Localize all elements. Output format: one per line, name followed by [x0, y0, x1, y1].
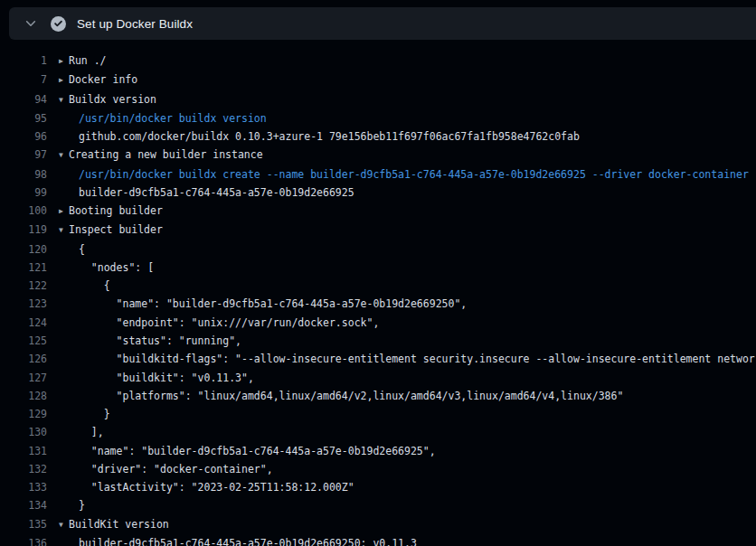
line-number[interactable]: 121 — [0, 259, 47, 277]
triangle-right-icon[interactable]: ▶ — [59, 52, 69, 71]
log-line: 135▼BuildKit version — [0, 515, 756, 534]
line-number[interactable]: 7 — [0, 71, 47, 89]
log-line: 136builder-d9cfb5a1-c764-445a-a57e-0b19d… — [0, 534, 756, 546]
chevron-down-icon[interactable] — [21, 14, 41, 33]
log-text: "endpoint": "unix:///var/run/docker.sock… — [79, 316, 379, 329]
log-output: /usr/bin/docker buildx version — [47, 109, 267, 127]
log-line: 131 "name": "builder-d9cfb5a1-c764-445a-… — [0, 442, 756, 460]
line-number[interactable]: 135 — [0, 515, 47, 534]
log-line: 127 "buildkit": "v0.11.3", — [0, 369, 756, 387]
line-number[interactable]: 134 — [0, 496, 47, 514]
log-group-header[interactable]: ▼Buildx version — [47, 90, 156, 109]
line-number[interactable]: 126 — [0, 350, 47, 368]
log-text: Docker info — [69, 73, 137, 86]
log-group-header[interactable]: ▼Creating a new builder instance — [47, 146, 263, 165]
log-line: 1▶Run ./ — [0, 52, 756, 71]
log-text: BuildKit version — [69, 518, 169, 531]
line-number[interactable]: 98 — [0, 165, 47, 184]
log-line: 133 "lastActivity": "2023-02-25T11:58:12… — [0, 478, 756, 496]
log-group-header[interactable]: ▼BuildKit version — [47, 515, 169, 534]
log-text: "nodes": [ — [79, 261, 154, 274]
triangle-down-icon[interactable]: ▼ — [59, 91, 69, 109]
log-text: { — [79, 279, 110, 292]
log-text: "lastActivity": "2023-02-25T11:58:12.000… — [79, 481, 354, 494]
log-text: "buildkit": "v0.11.3", — [79, 372, 254, 384]
log-text: "name": "builder-d9cfb5a1-c764-445a-a57e… — [79, 297, 467, 310]
log-text: } — [79, 408, 110, 420]
line-number[interactable]: 132 — [0, 460, 47, 478]
log-line: 120{ — [0, 240, 756, 259]
log-line: 121 "nodes": [ — [0, 259, 756, 277]
log-output: "buildkitd-flags": "--allow-insecure-ent… — [47, 350, 755, 368]
log-line: 100▶Booting builder — [0, 202, 756, 221]
log-output: "platforms": "linux/amd64,linux/amd64/v2… — [47, 387, 623, 405]
line-number[interactable]: 130 — [0, 423, 47, 441]
log-text: { — [79, 243, 85, 256]
log-group-header[interactable]: ▶Run ./ — [47, 52, 107, 71]
log-output: { — [47, 277, 110, 295]
log-output: "nodes": [ — [47, 259, 154, 277]
log-text: builder-d9cfb5a1-c764-445a-a57e-0b19d2e6… — [79, 186, 354, 199]
log-output: builder-d9cfb5a1-c764-445a-a57e-0b19d2e6… — [47, 534, 417, 546]
log-group-header[interactable]: ▼Inspect builder — [47, 221, 163, 240]
line-number[interactable]: 123 — [0, 295, 47, 313]
log-group-header[interactable]: ▶Docker info — [47, 71, 137, 89]
log-line: 132 "driver": "docker-container", — [0, 460, 756, 478]
log-text: "platforms": "linux/amd64,linux/amd64/v2… — [79, 390, 623, 402]
line-number[interactable]: 96 — [0, 127, 47, 146]
check-circle-icon — [51, 16, 66, 32]
log-text: Inspect builder — [69, 223, 163, 236]
line-number[interactable]: 133 — [0, 478, 47, 496]
triangle-right-icon[interactable]: ▶ — [59, 202, 69, 221]
log-line: 7▶Docker info — [0, 71, 756, 89]
log-text: builder-d9cfb5a1-c764-445a-a57e-0b19d2e6… — [79, 537, 417, 546]
log-text: Run ./ — [69, 54, 107, 67]
line-number[interactable]: 1 — [0, 52, 47, 71]
line-number[interactable]: 97 — [0, 146, 47, 165]
log-line: 129 } — [0, 405, 756, 423]
log-output: } — [47, 405, 110, 423]
triangle-right-icon[interactable]: ▶ — [59, 71, 69, 89]
line-number[interactable]: 95 — [0, 109, 47, 127]
line-number[interactable]: 129 — [0, 405, 47, 423]
log-output: "lastActivity": "2023-02-25T11:58:12.000… — [47, 478, 354, 496]
log-output: "name": "builder-d9cfb5a1-c764-445a-a57e… — [47, 442, 436, 460]
line-number[interactable]: 125 — [0, 332, 47, 350]
line-number[interactable]: 128 — [0, 387, 47, 405]
log-line: 95/usr/bin/docker buildx version — [0, 109, 756, 127]
step-title: Set up Docker Buildx — [77, 17, 193, 31]
log-line: 130 ], — [0, 423, 756, 441]
line-number[interactable]: 99 — [0, 184, 47, 202]
triangle-down-icon[interactable]: ▼ — [59, 221, 69, 240]
log-line: 119▼Inspect builder — [0, 221, 756, 240]
log-text: Creating a new builder instance — [69, 148, 263, 161]
log-group-header[interactable]: ▶Booting builder — [47, 202, 163, 221]
log-output: builder-d9cfb5a1-c764-445a-a57e-0b19d2e6… — [47, 184, 354, 202]
log-text: /usr/bin/docker buildx version — [79, 112, 267, 125]
log-output: "name": "builder-d9cfb5a1-c764-445a-a57e… — [47, 295, 467, 313]
log-output: { — [47, 240, 85, 259]
log-line: 125 "status": "running", — [0, 332, 756, 350]
step-header[interactable]: Set up Docker Buildx — [9, 7, 756, 40]
log-line: 123 "name": "builder-d9cfb5a1-c764-445a-… — [0, 295, 756, 313]
line-number[interactable]: 100 — [0, 202, 47, 221]
line-number[interactable]: 136 — [0, 534, 47, 546]
log-line: 94▼Buildx version — [0, 90, 756, 109]
log-output: ], — [47, 423, 104, 441]
log-text: "buildkitd-flags": "--allow-insecure-ent… — [79, 353, 755, 365]
triangle-down-icon[interactable]: ▼ — [59, 146, 69, 165]
line-number[interactable]: 131 — [0, 442, 47, 460]
triangle-down-icon[interactable]: ▼ — [59, 516, 69, 534]
log-line: 98/usr/bin/docker buildx create --name b… — [0, 165, 756, 184]
line-number[interactable]: 122 — [0, 277, 47, 295]
log-line: 97▼Creating a new builder instance — [0, 146, 756, 165]
line-number[interactable]: 127 — [0, 369, 47, 387]
line-number[interactable]: 119 — [0, 221, 47, 240]
log-output: "endpoint": "unix:///var/run/docker.sock… — [47, 314, 379, 332]
line-number[interactable]: 94 — [0, 90, 47, 109]
line-number[interactable]: 120 — [0, 240, 47, 259]
log-container: 1▶Run ./7▶Docker info94▼Buildx version95… — [0, 52, 756, 546]
line-number[interactable]: 124 — [0, 314, 47, 332]
log-output: "buildkit": "v0.11.3", — [47, 369, 254, 387]
log-text: "name": "builder-d9cfb5a1-c764-445a-a57e… — [79, 445, 436, 457]
